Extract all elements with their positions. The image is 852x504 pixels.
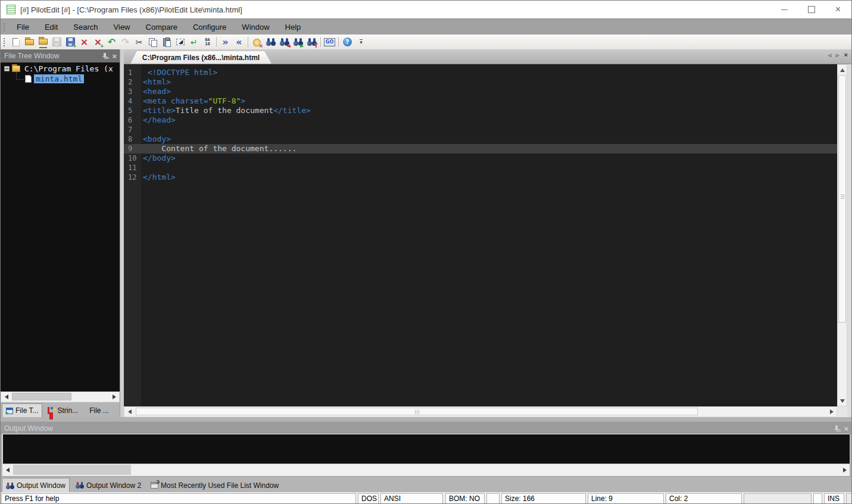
find-previous-button[interactable]: ◄ [277, 36, 291, 49]
hex-mode-icon: 0A 10 [205, 38, 210, 46]
output-hscrollbar[interactable] [2, 464, 850, 476]
close-file-button[interactable]: × [77, 36, 91, 49]
disable-alarm-button[interactable]: × [250, 36, 264, 49]
code-line-row[interactable]: 12</html> [124, 173, 837, 182]
redo-button[interactable]: ↷ [118, 36, 132, 49]
paste-button[interactable] [160, 36, 173, 49]
save-all-button[interactable]: + [64, 36, 77, 49]
status-blank2 [744, 493, 812, 504]
toolbar-grip[interactable] [3, 37, 5, 46]
rect-select-button[interactable] [173, 36, 187, 49]
window-tab-label: Output Window 2 [86, 481, 141, 490]
pin-icon[interactable] [834, 425, 839, 432]
line-wrap-button[interactable]: ↵ [187, 36, 201, 49]
menu-window[interactable]: Window [234, 19, 277, 35]
editor-vscrollbar[interactable] [837, 64, 847, 406]
vertical-splitter[interactable] [120, 49, 124, 417]
code-line-row[interactable]: 3<head> [124, 87, 837, 96]
menu-search[interactable]: Search [65, 19, 105, 35]
replace-in-files-button[interactable]: T [305, 36, 319, 49]
token-tag: </head> [143, 115, 176, 124]
toolbar: +××+↶↷✂↵0A 10»«×◄►TGO?▾ [1, 35, 851, 50]
save-button[interactable] [50, 36, 64, 49]
output-content[interactable] [2, 434, 850, 464]
panel-close-icon[interactable]: × [844, 425, 848, 433]
menu-configure[interactable]: Configure [185, 19, 234, 35]
collapse-icon[interactable] [4, 66, 10, 71]
cut-button[interactable]: ✂ [132, 36, 146, 49]
code-line-row[interactable]: 8<body> [124, 134, 837, 144]
menu-compare[interactable]: Compare [138, 19, 185, 35]
hscroll-thumb[interactable] [136, 408, 698, 415]
code-line-row[interactable]: 1 <!DOCTYPE html> [124, 68, 837, 77]
scroll-up-icon[interactable] [838, 65, 847, 74]
pin-icon[interactable] [102, 52, 108, 60]
editor-hscrollbar[interactable] [124, 406, 837, 417]
scroll-left-icon[interactable] [2, 393, 11, 401]
indent-button[interactable]: » [219, 36, 232, 49]
menu-help[interactable]: Help [277, 19, 309, 35]
menu-view[interactable]: View [106, 19, 138, 35]
menu-edit[interactable]: Edit [37, 19, 65, 35]
scroll-left-icon[interactable] [125, 408, 134, 416]
undo-button[interactable]: ↶ [105, 36, 118, 49]
toolbar-options-button[interactable]: ▾ [354, 36, 368, 49]
scroll-left-icon[interactable] [3, 465, 12, 475]
window-tab-output-window-2[interactable]: Output Window 2 [72, 478, 145, 493]
code-line-row[interactable]: 6</head> [124, 115, 837, 125]
code-line-row[interactable]: 5<title>Title of the document</title> [124, 106, 837, 115]
copy-button[interactable] [146, 36, 160, 49]
window-tab-most-recently-used-file-list-window[interactable]: Most Recently Used File List Window [147, 478, 282, 493]
panel-close-icon[interactable]: × [112, 52, 117, 60]
hex-mode-button[interactable]: 0A 10 [201, 36, 214, 49]
save-all-badge-icon: + [72, 43, 77, 49]
binoculars-icon [6, 483, 14, 489]
hscroll-thumb[interactable] [13, 465, 131, 475]
panel-tab-strin-[interactable]: Strin... [44, 403, 82, 417]
minimize-button[interactable] [771, 1, 798, 18]
document-tab-bar: C:\Program Files (x86...\minta.html ◃ ▹ … [124, 49, 851, 64]
panel-tab-file-t-[interactable]: File T... [2, 403, 42, 417]
scroll-right-icon[interactable] [827, 408, 836, 416]
close-button[interactable]: × [825, 1, 851, 18]
token-tag: <!DOCTYPE html> [143, 68, 217, 77]
find-next-button[interactable]: ► [291, 36, 305, 49]
document-tab[interactable]: C:\Program Files (x86...\minta.html [130, 51, 271, 64]
outdent-button[interactable]: « [232, 36, 246, 49]
goto-line-button[interactable]: GO [323, 36, 336, 49]
code-line-row[interactable]: 7 [124, 125, 837, 134]
tab-scroll-left-icon[interactable]: ◃ [828, 52, 832, 58]
menubar-grip[interactable] [3, 23, 5, 32]
scroll-down-icon[interactable] [838, 396, 847, 405]
file-tree-hscrollbar[interactable] [1, 392, 120, 402]
tree-file-row[interactable]: minta.html [1, 74, 120, 84]
open-ftp-icon [39, 39, 48, 46]
code-line-row[interactable]: 10</body> [124, 154, 837, 163]
open-ftp-button[interactable] [36, 36, 50, 49]
ftp-indicator [39, 47, 47, 48]
maximize-button[interactable] [798, 1, 825, 18]
vscroll-thumb[interactable] [838, 75, 846, 323]
new-file-button[interactable] [9, 36, 23, 49]
scroll-right-icon[interactable] [110, 393, 118, 401]
help-button[interactable]: ? [341, 36, 354, 49]
code-editor[interactable]: 1 <!DOCTYPE html>2<html>3<head>4<meta ch… [124, 64, 837, 406]
status-ansi: ANSI [380, 493, 443, 504]
toolbar-separator [216, 37, 217, 47]
cut-icon: ✂ [136, 38, 143, 46]
find-button[interactable] [264, 36, 277, 49]
close-all-button[interactable]: ×+ [91, 36, 105, 49]
indent-icon: » [222, 37, 228, 47]
tab-close-icon[interactable]: × [844, 52, 848, 58]
scroll-right-icon[interactable] [840, 465, 849, 475]
panel-tab-file-[interactable]: File ... [83, 403, 113, 417]
hscroll-thumb[interactable] [12, 393, 71, 400]
current-line-row[interactable]: 9 Content of the document...... [124, 144, 837, 154]
menu-file[interactable]: File [9, 19, 37, 35]
code-line-row[interactable]: 11 [124, 163, 837, 173]
code-line-row[interactable]: 4<meta charset="UTF-8"> [124, 96, 837, 106]
tab-scroll-right-icon[interactable]: ▹ [836, 52, 839, 58]
open-file-button[interactable] [23, 36, 36, 49]
window-tab-output-window[interactable]: Output Window [2, 478, 70, 493]
code-line-row[interactable]: 2<html> [124, 77, 837, 87]
